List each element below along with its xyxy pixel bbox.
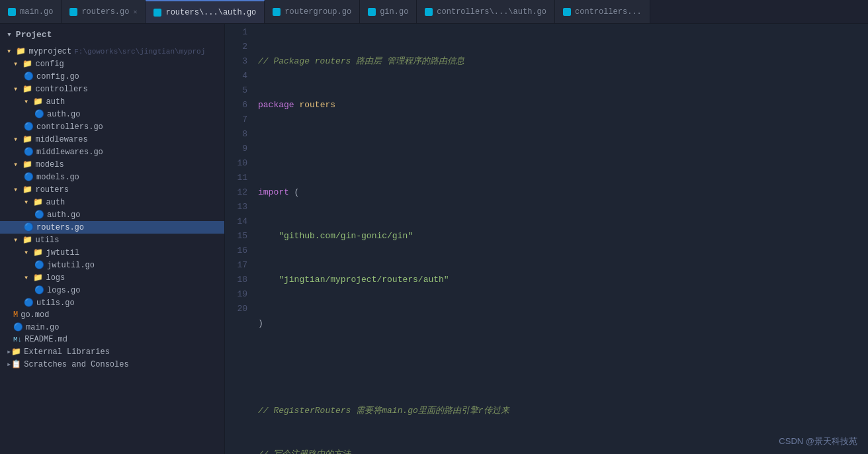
tab-routers-go[interactable]: routers.go ✕ [62,0,146,23]
tree-item-auth-go[interactable]: 🔵 auth.go [0,108,224,120]
tree-item-routers-go-file[interactable]: 🔵 routers.go [0,221,224,234]
folder-icon-jwtutil: ▾ 📁 [24,248,43,257]
editor[interactable]: 12345 678910 1112131415 1617181920 // Pa… [225,24,868,454]
tab-close-routers-go[interactable]: ✕ [133,8,137,16]
tree-item-jwtutil-go[interactable]: 🔵 jwtutil.go [0,259,224,271]
file-icon-readme: M↓ [13,336,22,343]
line-9: // RegisterRouters 需要将main.go里面的路由引擎r传过来 [255,404,868,418]
tree-label-scratches: Scratches and Consoles [24,360,128,369]
tree-item-routers[interactable]: ▾ 📁 routers [0,183,224,196]
watermark: CSDN @景天科技苑 [779,435,857,447]
tab-icon-routergroup-go [273,8,281,16]
folder-icon-config: ▾ 📁 [13,59,32,69]
folder-icon-utils: ▾ 📁 [13,235,32,245]
line-3 [255,142,868,156]
tree-label-routers: routers [35,185,68,195]
tree-item-routers-auth-folder[interactable]: ▾ 📁 auth [0,196,224,208]
tree-label-routers-auth-go: auth.go [47,210,80,220]
chevron-external: ▸ [7,347,11,357]
tree-item-utils[interactable]: ▾ 📁 utils [0,234,224,246]
tree-item-go-mod[interactable]: M go.mod [0,309,224,321]
tree-item-utils-go[interactable]: 🔵 utils.go [0,296,224,309]
line-6: "jingtian/myproject/routers/auth" [255,273,868,287]
main-layout: ▾ Project ▾ 📁 myproject F:\goworks\src\j… [0,24,868,454]
code-content: // Package routers 路由层 管理程序的路由信息 package… [255,24,868,454]
line-numbers: 12345 678910 1112131415 1617181920 [225,24,255,454]
tree-item-logs-folder[interactable]: ▾ 📁 logs [0,271,224,284]
file-icon-main-go: 🔵 [13,322,23,332]
folder-icon-middlewares: ▾ 📁 [13,134,32,144]
tab-label-routergroup-go: routergroup.go [284,7,351,17]
tab-bar: main.go routers.go ✕ routers\...\auth.go… [0,0,868,24]
tree-label-models-go: models.go [36,173,79,182]
tab-icon-routers-go [69,8,77,16]
file-icon-config-go: 🔵 [24,71,34,81]
tree-item-readme-md[interactable]: M↓ README.md [0,334,224,345]
tree-item-jwtutil[interactable]: ▾ 📁 jwtutil [0,246,224,259]
folder-icon-controllers: ▾ 📁 [13,84,32,94]
tree-item-myproject[interactable]: ▾ 📁 myproject F:\goworks\src\jingtian\my… [0,45,224,58]
project-chevron: ▾ [7,29,12,40]
tab-label-gin-go: gin.go [380,7,408,17]
tree-label-config: config [35,60,64,69]
code-area: 12345 678910 1112131415 1617181920 // Pa… [225,24,868,454]
tree-item-middlewares-go[interactable]: 🔵 middlewares.go [0,146,224,158]
line-7: ) [255,316,868,331]
folder-icon-routers-auth: ▾ 📁 [24,197,43,207]
tree-item-controllers[interactable]: ▾ 📁 controllers [0,83,224,95]
tree-item-scratches[interactable]: ▸ 📋 Scratches and Consoles [0,358,224,371]
tab-label-controllers-go: controllers... [575,7,642,17]
file-icon-middlewares-go: 🔵 [24,147,34,157]
folder-icon-myproject: ▾ 📁 [7,46,26,56]
folder-icon-external: 📁 [11,347,21,357]
tree-item-routers-auth-go[interactable]: 🔵 auth.go [0,208,224,221]
tree-label-utils-go: utils.go [36,298,75,308]
tab-label-controllers-auth-go: controllers\...\auth.go [437,7,546,17]
chevron-scratches: ▸ [7,359,11,369]
sidebar-header: ▾ Project [0,24,224,45]
tab-routergroup-go[interactable]: routergroup.go [265,0,360,23]
tab-routers-auth-go[interactable]: routers\...\auth.go [146,0,265,23]
tree-item-models-go[interactable]: 🔵 models.go [0,171,224,183]
tree-label-readme: README.md [24,335,67,344]
tree-item-middlewares[interactable]: ▾ 📁 middlewares [0,133,224,146]
sidebar: ▾ Project ▾ 📁 myproject F:\goworks\src\j… [0,24,225,454]
file-icon-controllers-go: 🔵 [24,122,34,132]
tree-item-external-libs[interactable]: ▸ 📁 External Libraries [0,345,224,358]
tree-item-logs-go[interactable]: 🔵 logs.go [0,284,224,296]
tree-item-auth-folder[interactable]: ▾ 📁 auth [0,95,224,108]
tree-label-middlewares-go: middlewares.go [36,148,103,157]
folder-icon-scratches: 📋 [11,359,21,369]
tab-label-routers-auth-go: routers\...\auth.go [165,8,256,17]
sidebar-title: Project [16,30,52,40]
tree-label-controllers-go: controllers.go [36,122,103,132]
tree-item-controllers-go[interactable]: 🔵 controllers.go [0,120,224,133]
tree-item-models[interactable]: ▾ 📁 models [0,158,224,171]
tree-label-go-mod: go.mod [21,310,49,320]
line-2: package routers [255,98,868,113]
tree-label-auth-go: auth.go [47,110,80,119]
file-icon-models-go: 🔵 [24,172,34,182]
tree-label-myproject: myproject [28,47,71,56]
tree-label-jwtutil-go: jwtutil.go [47,261,95,270]
folder-icon-routers: ▾ 📁 [13,185,32,195]
tree-label-routers-go: routers.go [36,223,84,232]
tab-gin-go[interactable]: gin.go [360,0,417,23]
tree-item-main-go[interactable]: 🔵 main.go [0,321,224,334]
tree-label-main-go: main.go [26,323,59,332]
tree-item-config[interactable]: ▾ 📁 config [0,58,224,70]
file-icon-auth-go: 🔵 [34,109,44,119]
tab-controllers-auth-go[interactable]: controllers\...\auth.go [417,0,555,23]
line-1: // Package routers 路由层 管理程序的路由信息 [255,54,868,69]
tab-controllers-go[interactable]: controllers... [555,0,650,23]
file-icon-routers-auth-go: 🔵 [34,210,44,220]
file-icon-utils-go: 🔵 [24,298,34,308]
tree-label-utils: utils [35,236,59,245]
tab-icon-controllers-go [563,8,571,16]
tree-item-config-go[interactable]: 🔵 config.go [0,70,224,83]
tree-label-auth: auth [46,97,65,107]
line-8 [255,360,868,375]
folder-icon-models: ▾ 📁 [13,159,32,169]
tab-main-go[interactable]: main.go [0,0,62,23]
tree-label-external: External Libraries [24,347,110,357]
